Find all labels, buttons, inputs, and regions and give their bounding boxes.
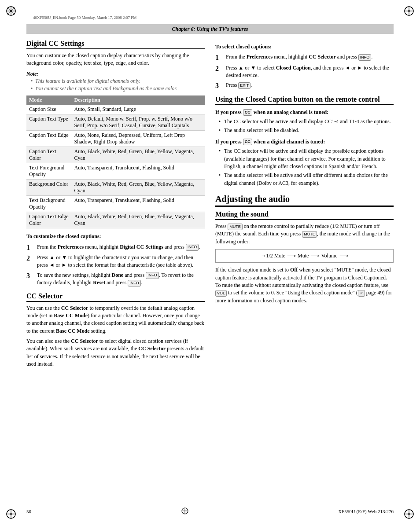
muting-sound-title: Muting the sound	[215, 210, 394, 220]
corner-mark-bl	[4, 507, 18, 521]
table-cell-4-0: Text Foreground Opacity	[26, 163, 71, 180]
step-1: 1 From the Preferences menu, highlight D…	[26, 243, 205, 252]
page-number: 50	[26, 509, 31, 514]
step-2: 2 Press ▲ or ▼ to highlight the characte…	[26, 254, 205, 269]
table-cell-1-1: Auto, Default, Mono w. Serif, Prop. w. S…	[71, 114, 205, 131]
mute-arrow-2: ⟶	[310, 252, 319, 260]
adjusting-audio-title: Adjusting the audio	[215, 194, 394, 207]
table-cell-7-0: Caption Text Edge Color	[26, 212, 71, 228]
step-3: 3 To save the new settings, highlight Do…	[26, 272, 205, 287]
closed-caption-title: Using the Closed Caption button on the r…	[215, 95, 394, 105]
digital-heading: If you press CC when a digital channel i…	[215, 138, 394, 146]
digital-cc-intro: You can customize the closed caption dis…	[26, 52, 205, 67]
customize-label: To customize the closed captions:	[26, 233, 205, 240]
analog-heading: If you press CC when an analog channel i…	[215, 109, 394, 116]
analog-bullet-1: The CC selector will be active and will …	[219, 118, 394, 125]
right-column: To select closed captions: 1 From the Pr…	[215, 40, 394, 499]
cc-selector-text2: You can also use the CC Selector to sele…	[26, 338, 205, 368]
step-num-2: 2	[26, 254, 33, 262]
footer-center-mark	[181, 507, 189, 516]
step-text-2: Press ▲ or ▼ to highlight the characteri…	[37, 254, 205, 269]
table-cell-0-1: Auto, Small, Standard, Large	[71, 105, 205, 114]
mute-arrow-3: ⟶	[339, 252, 348, 260]
analog-bullet-2: The audio selector will be disabled.	[219, 127, 394, 134]
table-cell-0-0: Caption Size	[26, 105, 71, 114]
analog-bullets: The CC selector will be active and will …	[215, 118, 394, 135]
svg-point-13	[10, 513, 12, 515]
note-list: This feature is available for digital ch…	[26, 77, 205, 92]
model-info: XF550U (E/F) Web 213:276	[338, 509, 394, 514]
mute-step-2: Mute	[298, 253, 309, 259]
muting-text2: If the closed caption mode is set to Off…	[215, 266, 394, 305]
select-steps: 1 From the Preferences menu, highlight C…	[215, 53, 394, 90]
corner-mark-tl	[4, 4, 18, 18]
table-cell-3-0: Caption Text Color	[26, 147, 71, 163]
digital-bullets: The CC selector will be active and will …	[215, 147, 394, 187]
table-cell-2-0: Caption Text Edge	[26, 131, 71, 147]
cc-settings-table: Mode Description Caption SizeAuto, Small…	[26, 95, 205, 228]
select-step-num-3: 3	[215, 81, 222, 90]
chapter-header-bar: Chapter 6: Using the TV's features	[26, 24, 394, 34]
table-header-mode: Mode	[26, 95, 71, 105]
digital-cc-title: Digital CC Settings	[26, 40, 205, 49]
note-item-1: This feature is available for digital ch…	[31, 77, 205, 85]
select-step-text-1: From the Preferences menu, highlight CC …	[226, 53, 394, 61]
svg-point-17	[408, 513, 410, 515]
step-num-1: 1	[26, 243, 33, 252]
table-cell-7-1: Auto, Black, White, Red, Green, Blue, Ye…	[71, 212, 205, 228]
table-cell-6-0: Text Background Opacity	[26, 196, 71, 212]
mute-step-1: →1/2 Mute	[261, 253, 285, 259]
main-content: Digital CC Settings You can customize th…	[26, 40, 394, 499]
customize-steps: 1 From the Preferences menu, highlight D…	[26, 243, 205, 287]
corner-mark-br	[402, 507, 416, 521]
file-info: 40XF550U_EN.book Page 50 Monday, March 1…	[33, 15, 136, 20]
step-num-3: 3	[26, 272, 33, 280]
select-step-num-2: 2	[215, 64, 222, 73]
step-text-1: From the Preferences menu, highlight Dig…	[37, 243, 205, 251]
select-step-1: 1 From the Preferences menu, highlight C…	[215, 53, 394, 62]
step-text-3: To save the new settings, highlight Done…	[37, 272, 205, 287]
select-captions-label: To select closed captions:	[215, 43, 394, 51]
mute-arrow-1: ⟶	[287, 252, 296, 260]
note-item-2: You cannot set the Caption Text and Back…	[31, 85, 205, 92]
table-cell-1-0: Caption Text Type	[26, 114, 71, 131]
chapter-header-text: Chapter 6: Using the TV's features	[172, 26, 248, 33]
cc-selector-title: CC Selector	[26, 292, 205, 302]
muting-text1: Press MUTE on the remote control to part…	[215, 223, 394, 246]
corner-mark-tr	[402, 4, 416, 18]
digital-bullet-2: The audio selector will be active and wi…	[219, 172, 394, 187]
select-step-text-3: Press EXIT.	[226, 81, 394, 89]
select-step-text-2: Press ▲ or ▼ to select Closed Caption, a…	[226, 64, 394, 80]
table-cell-3-1: Auto, Black, White, Red, Green, Blue, Ye…	[71, 147, 205, 163]
select-step-2: 2 Press ▲ or ▼ to select Closed Caption,…	[215, 64, 394, 80]
table-cell-2-1: Auto, None, Raised, Depressed, Uniform, …	[71, 131, 205, 147]
left-column: Digital CC Settings You can customize th…	[26, 40, 205, 499]
table-cell-6-1: Auto, Transparent, Translucent, Flashing…	[71, 196, 205, 212]
cc-selector-text1: You can use the CC Selector to temporari…	[26, 305, 205, 335]
table-cell-4-1: Auto, Transparent, Translucent, Flashing…	[71, 163, 205, 180]
svg-point-9	[408, 10, 410, 12]
mute-flow-diagram: →1/2 Mute ⟶ Mute ⟶ Volume ⟶	[215, 249, 394, 263]
select-step-num-1: 1	[215, 53, 222, 62]
digital-bullet-1: The CC selector will be active and will …	[219, 147, 394, 170]
page-footer: 50 XF550U (E/F) Web 213:276	[26, 507, 394, 516]
select-step-3: 3 Press EXIT.	[215, 81, 394, 90]
table-header-desc: Description	[71, 95, 205, 105]
table-cell-5-1: Auto, Black, White, Red, Green, Blue, Ye…	[71, 180, 205, 196]
mute-step-3: Volume	[321, 253, 337, 259]
note-label: Note:	[26, 71, 205, 77]
table-cell-5-0: Background Color	[26, 180, 71, 196]
note-box: Note: This feature is available for digi…	[26, 71, 205, 92]
